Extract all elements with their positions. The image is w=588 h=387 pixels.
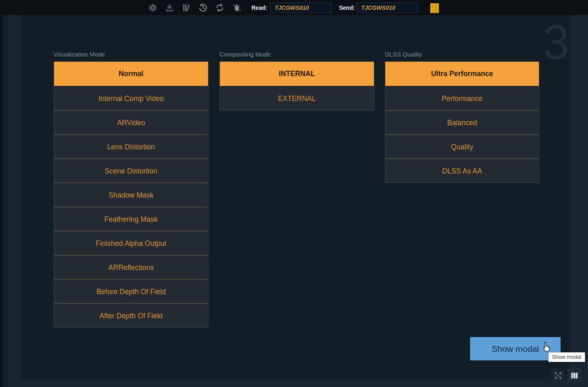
refresh-button[interactable]: [215, 2, 225, 13]
option-after-depth-of-field[interactable]: After Depth Of Field: [54, 303, 208, 327]
option-ultra-performance[interactable]: Ultra Performance: [385, 62, 539, 86]
option-internal-comp-video[interactable]: Internal Comp Video: [54, 86, 208, 110]
column-title: DLSS Quality: [385, 51, 539, 61]
library-button[interactable]: [181, 2, 192, 13]
option-lens-distortion[interactable]: Lens Distortion: [54, 134, 208, 158]
option-before-depth-of-field[interactable]: Before Depth Of Field: [54, 279, 208, 303]
download-button[interactable]: [164, 2, 175, 13]
map-button[interactable]: [567, 369, 581, 382]
option-group: NormalInternal Comp VideoARVideoLens Dis…: [54, 61, 208, 328]
column-compositing-mode: Compositing Mode INTERNALEXTERNAL: [219, 51, 374, 110]
option-shadow-mask[interactable]: Shadow Mask: [54, 182, 208, 207]
column-title: Visualization Mode: [54, 51, 208, 61]
library-icon: [181, 3, 191, 13]
option-external[interactable]: EXTERNAL: [220, 86, 374, 110]
option-group: INTERNALEXTERNAL: [219, 61, 374, 110]
mouse-cursor-pointer-icon: [541, 341, 552, 354]
send-label: Send:: [339, 0, 355, 15]
show-modal-tooltip: Show modal: [548, 352, 585, 362]
hand-sparkles-icon: [232, 3, 242, 13]
history-button[interactable]: [198, 2, 208, 13]
column-title: Compositing Mode: [219, 51, 374, 61]
gear-icon: [148, 3, 158, 13]
status-swatch: [430, 3, 439, 13]
option-performance[interactable]: Performance: [385, 86, 539, 110]
toolbar-icon-group: [147, 0, 242, 15]
option-internal[interactable]: INTERNAL: [220, 62, 374, 86]
column-visualization-mode: Visualization Mode NormalInternal Comp V…: [54, 51, 208, 328]
read-input[interactable]: [270, 2, 332, 13]
option-normal[interactable]: Normal: [54, 62, 208, 86]
option-feathering-mask[interactable]: Feathering Mask: [54, 207, 208, 231]
option-dlss-as-aa[interactable]: DLSS As AA: [385, 158, 539, 182]
column-dlss-quality: DLSS Quality Ultra PerformancePerformanc…: [385, 51, 539, 183]
option-finished-alpha-output[interactable]: Finished Alpha Output: [54, 231, 208, 255]
option-balanced[interactable]: Balanced: [385, 110, 539, 134]
option-group: Ultra PerformancePerformanceBalancedQual…: [385, 61, 539, 183]
option-scene-distortion[interactable]: Scene Distortion: [54, 158, 208, 182]
settings-button[interactable]: [147, 2, 158, 13]
map-icon: [570, 371, 579, 380]
fit-view-button[interactable]: [551, 369, 565, 382]
download-icon: [165, 3, 174, 13]
option-arreflections[interactable]: ARReflections: [54, 255, 208, 279]
hand-button[interactable]: [231, 2, 242, 13]
read-label: Read:: [251, 0, 267, 15]
left-frame-strip: [2, 15, 8, 387]
option-quality[interactable]: Quality: [385, 134, 539, 158]
send-input[interactable]: [357, 2, 418, 13]
fit-view-icon: [554, 371, 563, 380]
history-icon: [198, 3, 208, 13]
refresh-icon: [215, 3, 225, 13]
top-toolbar: Read: Send:: [0, 0, 588, 15]
option-arvideo[interactable]: ARVideo: [54, 110, 208, 134]
